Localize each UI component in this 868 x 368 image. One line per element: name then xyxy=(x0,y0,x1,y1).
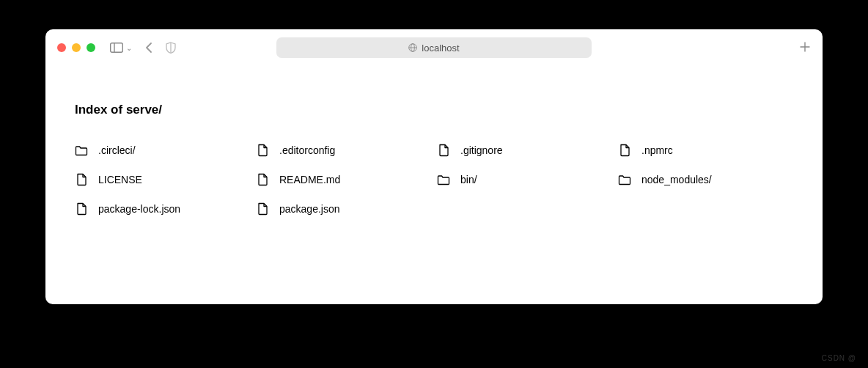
file-name: .circleci/ xyxy=(98,144,136,156)
chevron-left-icon xyxy=(145,42,152,54)
chevron-down-icon: ⌄ xyxy=(126,44,132,52)
file-name: .npmrc xyxy=(641,144,673,156)
file-item[interactable]: .npmrc xyxy=(618,144,793,157)
browser-window: ⌄ localhost xyxy=(45,29,823,304)
file-item[interactable]: package.json xyxy=(256,202,431,216)
back-button[interactable] xyxy=(145,42,152,54)
file-item[interactable]: bin/ xyxy=(437,173,612,186)
file-item[interactable]: README.md xyxy=(256,173,431,186)
file-item[interactable]: .gitignore xyxy=(437,144,612,157)
file-icon xyxy=(618,144,631,157)
file-name: .gitignore xyxy=(460,144,503,156)
address-bar[interactable]: localhost xyxy=(276,37,592,58)
file-grid: .circleci/.editorconfig.gitignore.npmrcL… xyxy=(75,144,793,216)
privacy-shield-button[interactable] xyxy=(166,42,176,54)
browser-toolbar: ⌄ localhost xyxy=(45,29,823,66)
file-item[interactable]: .editorconfig xyxy=(256,144,431,157)
maximize-window-button[interactable] xyxy=(87,43,95,52)
folder-icon xyxy=(75,144,88,157)
watermark: CSDN @ xyxy=(822,354,856,362)
file-item[interactable]: package-lock.json xyxy=(75,202,250,216)
file-name: LICENSE xyxy=(98,174,142,185)
file-icon xyxy=(75,173,88,186)
file-name: node_modules/ xyxy=(641,174,712,185)
file-icon xyxy=(256,202,269,216)
file-icon xyxy=(256,173,269,186)
folder-icon xyxy=(618,173,631,186)
new-tab-button[interactable] xyxy=(799,40,811,56)
svg-rect-0 xyxy=(111,43,123,53)
globe-icon xyxy=(408,43,417,52)
file-icon xyxy=(437,144,450,157)
file-name: bin/ xyxy=(460,174,477,185)
folder-icon xyxy=(437,173,450,186)
window-controls xyxy=(57,43,95,52)
shield-icon xyxy=(166,42,176,54)
minimize-window-button[interactable] xyxy=(72,43,81,52)
file-icon xyxy=(256,144,269,157)
page-content: Index of serve/ .circleci/.editorconfig.… xyxy=(45,66,823,230)
close-window-button[interactable] xyxy=(57,43,66,52)
file-name: .editorconfig xyxy=(279,144,335,156)
sidebar-toggle-button[interactable]: ⌄ xyxy=(110,43,132,53)
file-icon xyxy=(75,202,88,216)
file-name: package.json xyxy=(279,203,340,215)
file-name: package-lock.json xyxy=(98,203,180,215)
file-item[interactable]: .circleci/ xyxy=(75,144,250,157)
file-name: README.md xyxy=(279,174,340,185)
plus-icon xyxy=(799,41,811,53)
page-title: Index of serve/ xyxy=(75,103,793,117)
address-text: localhost xyxy=(422,43,459,54)
file-item[interactable]: node_modules/ xyxy=(618,173,793,186)
sidebar-icon xyxy=(110,43,123,53)
file-item[interactable]: LICENSE xyxy=(75,173,250,186)
